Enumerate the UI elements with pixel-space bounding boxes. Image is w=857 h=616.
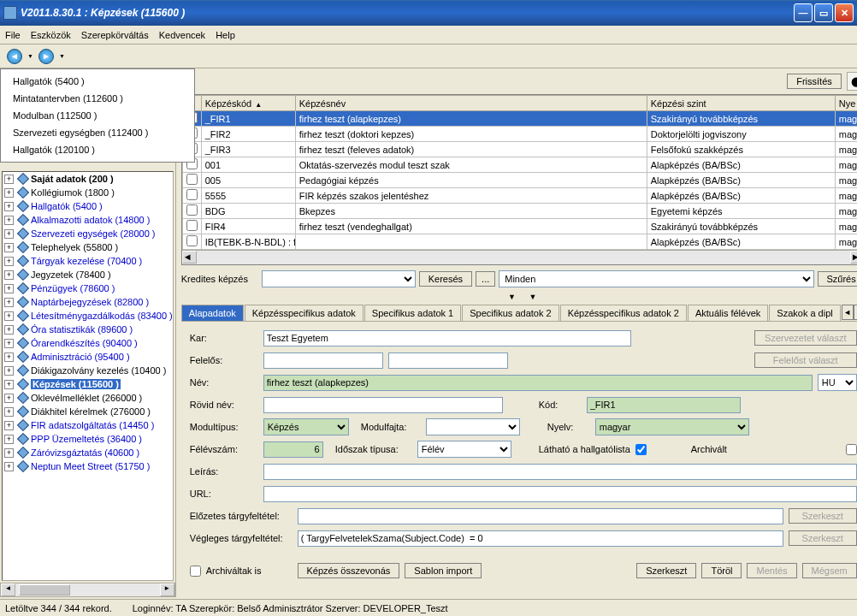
module-tree[interactable]: +Saját adatok (200 )+Kollégiumok (1800 )… (2, 171, 174, 581)
pin-icon[interactable]: ⬤ (847, 72, 857, 91)
torol-button[interactable]: Töröl (701, 563, 742, 578)
sablon-import-button[interactable]: Sablon import (405, 563, 482, 578)
close-button[interactable]: ✕ (835, 3, 854, 22)
row-checkbox[interactable] (186, 220, 198, 231)
archivalt-checkbox[interactable] (846, 444, 857, 455)
nav-history-dropdown[interactable]: Hallgatók (5400 ) Mintatantervben (11260… (0, 68, 195, 163)
tree-item[interactable]: +Óra statisztikák (89600 ) (3, 323, 173, 336)
search-more-button[interactable]: ... (476, 271, 495, 287)
tree-item[interactable]: +Adminisztráció (95400 ) (3, 350, 173, 364)
expand-icon[interactable]: + (4, 462, 14, 471)
tree-item[interactable]: +Pénzügyek (78600 ) (3, 281, 173, 295)
expand-icon[interactable]: + (4, 257, 14, 266)
tree-item[interactable]: +Tárgyak kezelése (70400 ) (3, 254, 173, 268)
search-combo1[interactable] (262, 270, 416, 287)
expand-icon[interactable]: + (4, 448, 14, 458)
dropdown-item[interactable]: Modulban (112500 ) (1, 107, 194, 124)
col-level[interactable]: Képzési szint (647, 96, 835, 111)
dropdown-item[interactable]: Hallgatók (5400 ) (1, 73, 194, 90)
tree-hscrollbar[interactable]: ◄ ► (0, 583, 175, 597)
nav-forward-dropdown[interactable]: ▼ (59, 53, 65, 59)
tree-item[interactable]: +Létesítménygazdálkodás (83400 ) (3, 309, 173, 323)
expand-icon[interactable]: + (4, 270, 14, 280)
tree-item[interactable]: +Órarendkészítés (90400 ) (3, 336, 173, 350)
expand-icon[interactable]: + (4, 352, 14, 362)
expand-icon[interactable]: + (4, 202, 14, 211)
felelos-input2[interactable] (388, 352, 508, 369)
tree-item[interactable]: +Telephelyek (55800 ) (3, 240, 173, 254)
menu-help[interactable]: Help (216, 30, 235, 40)
tab-kepzesspec2[interactable]: Képzésspecifikus adatok 2 (560, 305, 687, 321)
modulfajta-select[interactable] (426, 418, 520, 435)
grid-hscrollbar[interactable]: ◄ ► (182, 250, 857, 264)
expand-icon[interactable]: + (4, 175, 14, 184)
scroll-right-button[interactable]: ► (850, 251, 857, 264)
nev-input[interactable] (263, 375, 813, 391)
col-code[interactable]: Képzéskód▲ (201, 96, 295, 111)
col-lang[interactable]: Nye (835, 96, 857, 111)
dropdown-item[interactable]: Szervezeti egységben (112400 ) (1, 124, 194, 141)
modultipus-select[interactable]: Képzés (263, 418, 349, 435)
search-button[interactable]: Keresés (419, 271, 472, 287)
row-checkbox[interactable] (186, 204, 198, 216)
tree-item[interactable]: +FIR adatszolgáltatás (14450 ) (3, 418, 173, 432)
scroll-thumb[interactable] (19, 584, 70, 595)
tree-item[interactable]: +Oklevélmelléklet (266000 ) (3, 391, 173, 405)
data-grid[interactable]: Képzéskód▲ Képzésnév Képzési szint Nye _… (181, 94, 857, 265)
expand-icon[interactable]: + (4, 421, 14, 430)
mentes-button[interactable]: Mentés (747, 563, 796, 578)
tree-item[interactable]: +Képzések (115600 ) (3, 377, 173, 391)
rovid-input[interactable] (263, 397, 503, 413)
menu-file[interactable]: File (5, 30, 21, 40)
row-checkbox[interactable] (186, 235, 198, 246)
table-row[interactable]: 5555FIR képzés szakos jelentéshezAlapkép… (182, 188, 857, 204)
table-row[interactable]: _FIR1firhez teszt (alapkepzes)Szakirányú… (182, 111, 857, 127)
table-row[interactable]: FIR4firhez teszt (vendeghallgat)Szakirán… (182, 219, 857, 234)
osszevonas-button[interactable]: Képzés összevonás (298, 563, 400, 578)
expand-icon[interactable]: + (4, 188, 14, 198)
tree-item[interactable]: +Diákigazolvány kezelés (10400 ) (3, 364, 173, 377)
tab-alapadatok[interactable]: Alapadatok (181, 305, 244, 321)
expand-icon[interactable]: + (4, 311, 14, 321)
tree-item[interactable]: +PPP Üzemeltetés (36400 ) (3, 432, 173, 446)
vegleges-szerkeszt-button[interactable]: Szerkeszt (789, 530, 857, 546)
table-row[interactable]: _FIR2firhez teszt (doktori kepzes)Doktor… (182, 127, 857, 142)
tab-scroll-left[interactable]: ◄ (842, 305, 854, 320)
nyelv-select[interactable]: magyar (595, 418, 749, 435)
lathato-checkbox[interactable] (635, 444, 647, 455)
expand-icon[interactable]: + (4, 298, 14, 307)
nav-back-button[interactable]: ◄ (3, 47, 26, 66)
minimize-button[interactable]: ― (794, 3, 813, 22)
leiras-input[interactable] (263, 464, 857, 480)
scroll-left-button[interactable]: ◄ (1, 583, 15, 596)
table-row[interactable]: 005Pedagógiai képzésAlapképzés (BA/BSc)m… (182, 173, 857, 188)
tree-item[interactable]: +Naptárbejegyzések (82800 ) (3, 295, 173, 309)
expand-icon[interactable]: + (4, 284, 14, 293)
felelost-valaszt-button[interactable]: Felelőst választ (754, 352, 857, 368)
row-checkbox[interactable] (186, 189, 198, 200)
tab-spec1[interactable]: Specifikus adatok 1 (364, 305, 461, 321)
dropdown-item[interactable]: Hallgatók (120100 ) (1, 141, 194, 158)
nev-lang-select[interactable]: HU (818, 374, 857, 391)
maximize-button[interactable]: ▭ (814, 3, 833, 22)
tree-item[interactable]: +Diákhitel kérelmek (276000 ) (3, 405, 173, 418)
tree-item[interactable]: +Hallgatók (5400 ) (3, 199, 173, 213)
megsem-button[interactable]: Mégsem (802, 563, 857, 578)
col-name[interactable]: Képzésnév (295, 96, 647, 111)
nav-back-dropdown[interactable]: ▼ (27, 53, 33, 59)
tab-szakok[interactable]: Szakok a dipl (769, 305, 840, 321)
tab-aktualis[interactable]: Aktuális félévek (688, 305, 768, 321)
tab-kepzesspec[interactable]: Képzésspecifikus adatok (245, 305, 363, 321)
expand-icon[interactable]: + (4, 435, 14, 444)
tab-spec2[interactable]: Specifikus adatok 2 (462, 305, 559, 321)
felevszam-input[interactable] (263, 441, 323, 458)
menu-favorites[interactable]: Kedvencek (159, 30, 205, 40)
table-row[interactable]: _FIR3firhez teszt (feleves adatok)Felsőf… (182, 142, 857, 157)
kod-input[interactable] (587, 397, 741, 413)
expand-icon[interactable]: + (4, 394, 14, 403)
tab-scroll-right[interactable]: ► (854, 305, 857, 320)
felelos-input1[interactable] (263, 352, 383, 369)
dropdown-item[interactable]: Mintatantervben (112600 ) (1, 90, 194, 107)
expand-icon[interactable]: + (4, 243, 14, 252)
elozetes-szerkeszt-button[interactable]: Szerkeszt (789, 508, 857, 524)
